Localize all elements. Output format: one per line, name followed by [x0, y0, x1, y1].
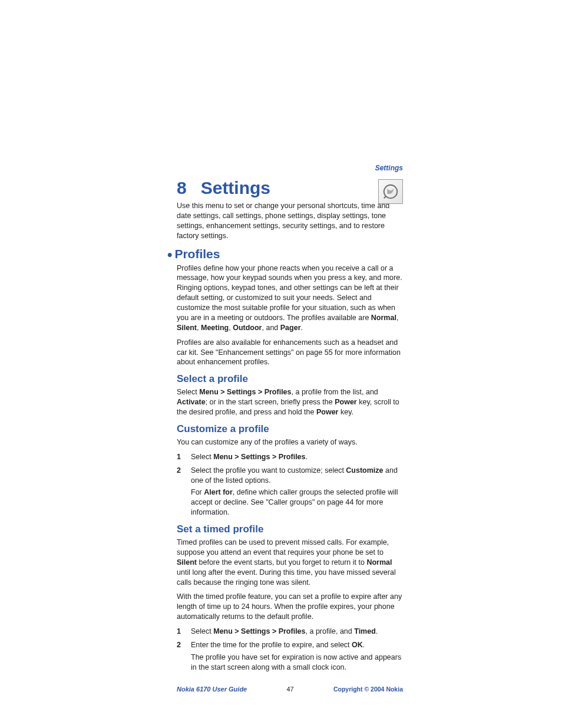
- chapter-intro: Use this menu to set or change your pers…: [177, 201, 403, 241]
- footer-guide-title: Nokia 6170 User Guide: [177, 686, 247, 693]
- timed-paragraph-2: With the timed profile feature, you can …: [177, 592, 403, 622]
- chapter-number: 8: [177, 178, 187, 197]
- bullet-icon: •: [167, 249, 172, 260]
- profiles-paragraph-2: Profiles are also available for enhancem…: [177, 338, 403, 368]
- list-item: Enter the time for the profile to expire…: [177, 640, 403, 673]
- list-item-note: For Alert for, define which caller group…: [191, 487, 403, 518]
- header-section-label: Settings: [177, 164, 403, 172]
- timed-paragraph-1: Timed profiles can be used to prevent mi…: [177, 538, 403, 587]
- subsection-heading-customize: Customize a profile: [177, 423, 403, 435]
- timed-steps: Select Menu > Settings > Profiles, a pro…: [177, 627, 403, 673]
- page-footer: Nokia 6170 User Guide 47 Copyright © 200…: [177, 686, 403, 693]
- chapter-title-text: Settings: [201, 178, 270, 197]
- list-item: Select Menu > Settings > Profiles, a pro…: [177, 627, 403, 637]
- subsection-heading-timed: Set a timed profile: [177, 523, 403, 535]
- select-paragraph: Select Menu > Settings > Profiles, a pro…: [177, 387, 403, 417]
- customize-steps: Select Menu > Settings > Profiles. Selec…: [177, 452, 403, 518]
- settings-icon: [378, 179, 403, 204]
- list-item-note: The profile you have set for expiration …: [191, 653, 403, 673]
- chapter-title: 8Settings: [177, 178, 403, 197]
- list-item: Select the profile you want to customize…: [177, 466, 403, 518]
- chapter-heading-row: 8Settings: [177, 178, 403, 197]
- subsection-heading-select: Select a profile: [177, 373, 403, 385]
- section-heading-profiles: •Profiles: [167, 247, 403, 261]
- profiles-paragraph-1: Profiles define how your phone reacts wh…: [177, 263, 403, 333]
- section-heading-text: Profiles: [174, 247, 220, 261]
- customize-intro: You can customize any of the profiles a …: [177, 437, 403, 447]
- footer-page-number: 47: [286, 686, 293, 693]
- list-item: Select Menu > Settings > Profiles.: [177, 452, 403, 462]
- manual-page: Settings 8Settings Use this menu to set …: [0, 0, 562, 693]
- footer-copyright: Copyright © 2004 Nokia: [333, 686, 403, 693]
